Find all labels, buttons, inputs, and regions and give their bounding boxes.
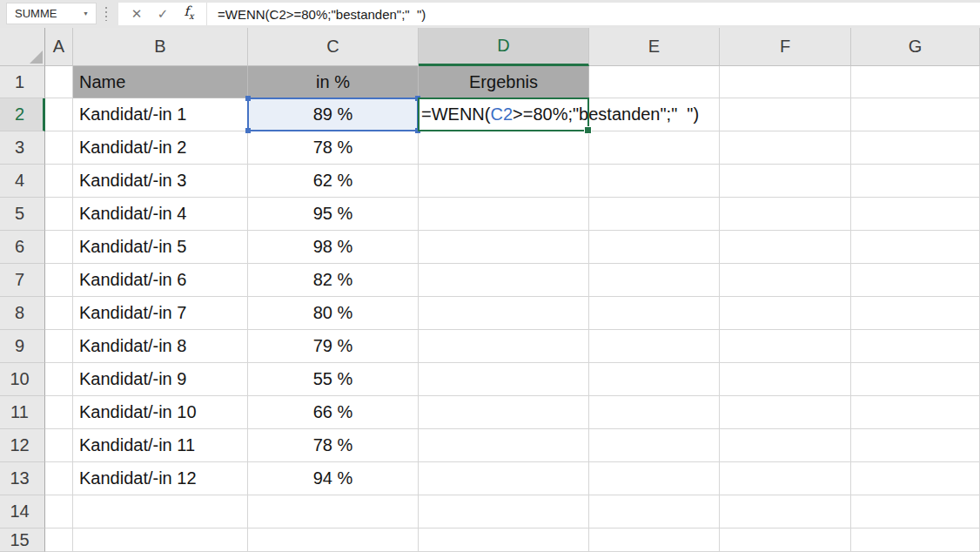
cell-E10[interactable]	[589, 363, 720, 396]
cell-A13[interactable]	[45, 462, 73, 495]
row-header-10[interactable]: 10	[0, 363, 45, 396]
column-header-G[interactable]: G	[851, 28, 980, 66]
cell-G1[interactable]	[851, 66, 980, 98]
cell-D6[interactable]	[419, 231, 589, 264]
cell-G6[interactable]	[851, 231, 980, 264]
cell-E1[interactable]	[589, 66, 720, 98]
cell-C1[interactable]: in %	[248, 66, 419, 98]
cell-B15[interactable]	[73, 528, 248, 552]
column-header-D[interactable]: D	[419, 28, 589, 66]
row-header-3[interactable]: 3	[0, 131, 45, 165]
cell-F15[interactable]	[720, 528, 851, 552]
cell-B14[interactable]	[73, 495, 248, 528]
cell-D13[interactable]	[419, 462, 589, 495]
cell-B6[interactable]: Kandidat/-in 5	[73, 231, 248, 264]
row-header-11[interactable]: 11	[0, 396, 45, 429]
cell-E5[interactable]	[589, 198, 720, 231]
cell-G3[interactable]	[851, 131, 980, 165]
row-header-5[interactable]: 5	[0, 198, 45, 231]
row-header-14[interactable]: 14	[0, 495, 45, 528]
cell-A10[interactable]	[45, 363, 73, 396]
cell-G9[interactable]	[851, 330, 980, 363]
cell-E9[interactable]	[589, 330, 720, 363]
select-all-button[interactable]	[0, 28, 45, 66]
cell-B9[interactable]: Kandidat/-in 8	[73, 330, 248, 363]
cell-A1[interactable]	[45, 66, 73, 98]
cell-E15[interactable]	[589, 528, 720, 552]
cell-D14[interactable]	[419, 495, 589, 528]
column-header-F[interactable]: F	[720, 28, 851, 66]
cell-C8[interactable]: 80 %	[248, 297, 419, 330]
cell-F13[interactable]	[720, 462, 851, 495]
cell-B2[interactable]: Kandidat/-in 1	[73, 98, 248, 131]
cell-F9[interactable]	[720, 330, 851, 363]
cell-C7[interactable]: 82 %	[248, 264, 419, 297]
cell-E11[interactable]	[589, 396, 720, 429]
cell-C13[interactable]: 94 %	[248, 462, 419, 495]
cell-G12[interactable]	[851, 429, 980, 462]
cell-A5[interactable]	[45, 198, 73, 231]
cell-D1[interactable]: Ergebnis	[419, 66, 589, 98]
row-header-7[interactable]: 7	[0, 264, 45, 297]
cell-F3[interactable]	[720, 131, 851, 165]
cell-C9[interactable]: 79 %	[248, 330, 419, 363]
cell-B13[interactable]: Kandidat/-in 12	[73, 462, 248, 495]
cell-A2[interactable]	[45, 98, 73, 131]
cell-D10[interactable]	[419, 363, 589, 396]
cell-D7[interactable]	[419, 264, 589, 297]
cell-D2[interactable]: =WENN(C2>=80%;"bestanden";" ")	[419, 98, 589, 131]
cell-F14[interactable]	[720, 495, 851, 528]
cell-E3[interactable]	[589, 131, 720, 165]
insert-function-icon[interactable]: fx	[176, 0, 202, 28]
cell-E14[interactable]	[589, 495, 720, 528]
cell-G15[interactable]	[851, 528, 980, 552]
row-header-15[interactable]: 15	[0, 528, 45, 552]
cell-G7[interactable]	[851, 264, 980, 297]
cell-G5[interactable]	[851, 198, 980, 231]
cell-F8[interactable]	[720, 297, 851, 330]
cell-D9[interactable]	[419, 330, 589, 363]
cell-F1[interactable]	[720, 66, 851, 98]
cell-C2[interactable]: 89 %	[248, 98, 419, 131]
cell-D11[interactable]	[419, 396, 589, 429]
row-header-4[interactable]: 4	[0, 165, 45, 198]
cell-C14[interactable]	[248, 495, 419, 528]
column-header-A[interactable]: A	[45, 28, 73, 66]
cell-G14[interactable]	[851, 495, 980, 528]
cell-F2[interactable]	[720, 98, 851, 131]
cell-E4[interactable]	[589, 165, 720, 198]
cell-A4[interactable]	[45, 165, 73, 198]
cell-D15[interactable]	[419, 528, 589, 552]
cell-E13[interactable]	[589, 462, 720, 495]
cell-B1[interactable]: Name	[73, 66, 248, 98]
cell-G10[interactable]	[851, 363, 980, 396]
row-header-8[interactable]: 8	[0, 297, 45, 330]
name-box[interactable]: SUMME ▼	[6, 3, 97, 24]
cell-G8[interactable]	[851, 297, 980, 330]
cell-G4[interactable]	[851, 165, 980, 198]
cell-B12[interactable]: Kandidat/-in 11	[73, 429, 248, 462]
cell-G11[interactable]	[851, 396, 980, 429]
cell-A12[interactable]	[45, 429, 73, 462]
cell-A15[interactable]	[45, 528, 73, 552]
cell-E12[interactable]	[589, 429, 720, 462]
cell-B3[interactable]: Kandidat/-in 2	[73, 131, 248, 165]
reference-handle-bottom-left[interactable]	[245, 128, 251, 133]
cell-C5[interactable]: 95 %	[248, 198, 419, 231]
fill-handle[interactable]	[584, 126, 592, 134]
cell-A11[interactable]	[45, 396, 73, 429]
cell-B11[interactable]: Kandidat/-in 10	[73, 396, 248, 429]
cell-A6[interactable]	[45, 231, 73, 264]
cell-G2[interactable]	[851, 98, 980, 131]
row-header-9[interactable]: 9	[0, 330, 45, 363]
cell-E7[interactable]	[589, 264, 720, 297]
cell-D8[interactable]	[419, 297, 589, 330]
row-header-6[interactable]: 6	[0, 231, 45, 264]
cell-E6[interactable]	[589, 231, 720, 264]
cell-F5[interactable]	[720, 198, 851, 231]
cell-E8[interactable]	[589, 297, 720, 330]
column-header-C[interactable]: C	[248, 28, 419, 66]
row-header-12[interactable]: 12	[0, 429, 45, 462]
row-header-1[interactable]: 1	[0, 66, 45, 98]
cell-F11[interactable]	[720, 396, 851, 429]
